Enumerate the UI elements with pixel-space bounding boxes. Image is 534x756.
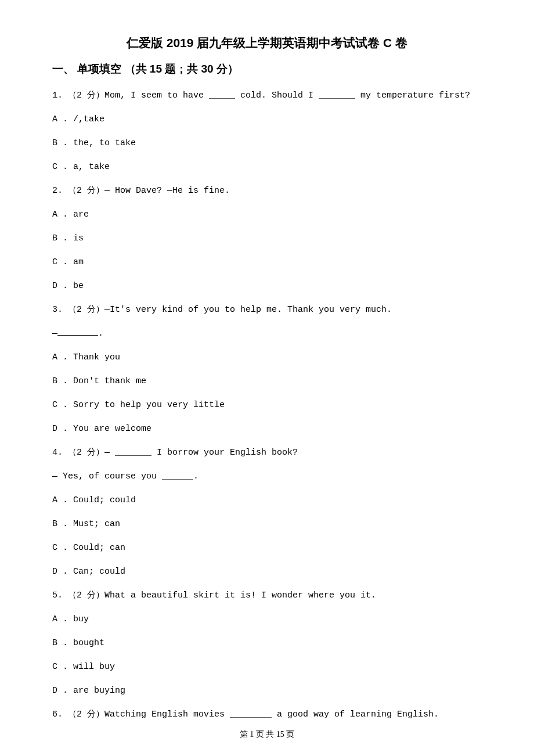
q3-line2-suffix: .: [98, 329, 103, 339]
section-header: 一、 单项填空 （共 15 题；共 30 分）: [52, 62, 482, 77]
question-6: 6. （2 分）Watching English movies ________…: [52, 708, 482, 721]
question-5-option-a: A . buy: [52, 613, 482, 625]
question-5: 5. （2 分）What a beautiful skirt it is! I …: [52, 589, 482, 602]
blank-underline: [57, 335, 98, 336]
question-4-option-b: B . Must; can: [52, 518, 482, 530]
question-4-option-d: D . Can; could: [52, 566, 482, 578]
question-3-option-d: D . You are welcome: [52, 423, 482, 435]
question-2: 2. （2 分）— How Dave? —He is fine.: [52, 185, 482, 197]
question-1: 1. （2 分）Mom, I seem to have _____ cold. …: [52, 89, 482, 102]
question-4-option-a: A . Could; could: [52, 494, 482, 506]
question-5-option-d: D . are buying: [52, 685, 482, 697]
page-footer: 第 1 页 共 15 页: [0, 729, 534, 740]
question-1-option-a: A . /,take: [52, 113, 482, 125]
question-5-option-c: C . will buy: [52, 661, 482, 673]
question-2-option-a: A . are: [52, 208, 482, 221]
question-2-option-d: D . be: [52, 280, 482, 292]
question-1-option-c: C . a, take: [52, 161, 482, 173]
question-4-option-c: C . Could; can: [52, 542, 482, 554]
question-3-option-b: B . Don't thank me: [52, 375, 482, 387]
question-3-line2: —.: [52, 327, 482, 340]
question-1-option-b: B . the, to take: [52, 137, 482, 149]
question-2-option-b: B . is: [52, 232, 482, 244]
document-title: 仁爱版 2019 届九年级上学期英语期中考试试卷 C 卷: [52, 35, 482, 51]
question-2-option-c: C . am: [52, 256, 482, 268]
q3-line2-prefix: —: [52, 329, 57, 339]
question-4-line2: — Yes, of course you ______.: [52, 470, 482, 483]
question-3-option-c: C . Sorry to help you very little: [52, 399, 482, 411]
question-3: 3. （2 分）—It's very kind of you to help m…: [52, 304, 482, 316]
question-4: 4. （2 分）— _______ I borrow your English …: [52, 447, 482, 459]
question-5-option-b: B . bought: [52, 637, 482, 649]
question-3-option-a: A . Thank you: [52, 351, 482, 363]
